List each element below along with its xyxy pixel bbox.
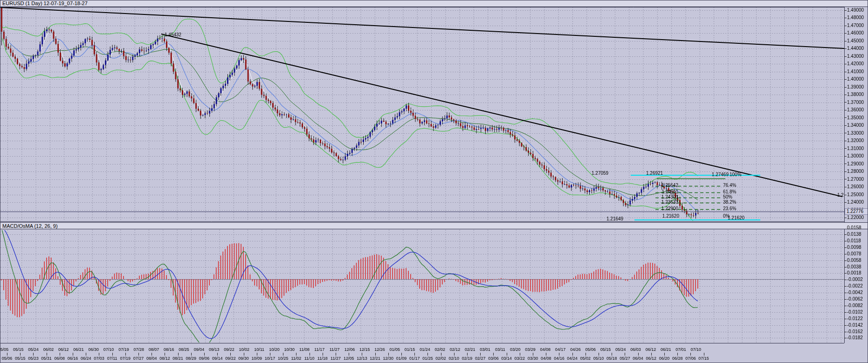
price-axis-label: 1.28000 <box>847 169 864 174</box>
trendline-end-label: 1.2 <box>837 192 844 198</box>
price-axis-label: 1.27000 <box>847 177 864 182</box>
date-label-row1: 11/27 <box>330 347 340 352</box>
chart-canvas[interactable] <box>0 0 868 363</box>
date-label-row1: 05/06 <box>585 347 596 352</box>
price-axis-label: 1.29000 <box>847 161 864 167</box>
macd-axis-label: 0.0158 <box>847 225 861 231</box>
date-label-row1: 06/12 <box>646 347 656 352</box>
date-label-row2: 08/12 <box>159 356 170 361</box>
date-label-row2: 11/18 <box>317 356 328 361</box>
date-label-row1: 05/15 <box>600 347 611 352</box>
date-label-row2: 05/23 <box>28 356 39 361</box>
level-label-1-27059: 1.27059 <box>592 171 608 176</box>
macd-axis-label: -0.0022 <box>847 283 863 289</box>
chart-title-bar[interactable]: EURUSD (1 Day) 12-07-19_07-18-27 <box>0 0 868 7</box>
date-label-row1: 07/10 <box>103 347 114 352</box>
chart-title: EURUSD (1 Day) 12-07-19_07-18-27 <box>2 0 88 6</box>
date-label-row1: 10/11 <box>254 347 264 352</box>
date-label-row1: 01/15 <box>405 347 415 352</box>
price-axis-label: 1.49000 <box>847 7 864 13</box>
fib-pct-76.4: 76.4% <box>723 183 736 188</box>
date-label-row2: 09/14 <box>212 356 223 361</box>
date-label-row1: 05/24 <box>28 347 39 352</box>
date-label-row2: 10/17 <box>265 356 276 361</box>
swing-high-label: 1.45432 <box>165 32 181 38</box>
date-label-row1: 07/01 <box>675 347 686 352</box>
price-axis-label: 1.31000 <box>847 146 864 151</box>
date-label-row1: 09/22 <box>224 347 234 352</box>
date-label-row1: 09/04 <box>194 347 205 352</box>
price-axis-label: 1.25000 <box>847 192 864 198</box>
date-label-row2: 12/30 <box>383 356 394 361</box>
date-label-row2: 02/19 <box>462 356 473 361</box>
fib-value-50: 1.24301 <box>653 194 678 200</box>
fib-pct-38.2: 38.2% <box>723 199 736 205</box>
date-label-row1: 07/19 <box>118 347 129 352</box>
date-label-row1: 10/20 <box>269 347 280 352</box>
date-label-row1: 06/30 <box>89 347 99 352</box>
macd-axis-label: -0.0182 <box>847 335 863 341</box>
date-label-row1: 10/30 <box>284 347 295 352</box>
date-label-row1: 03/01 <box>480 347 490 352</box>
macd-axis-label: -0.0062 <box>847 296 863 302</box>
date-label-row2: 12/05 <box>344 356 354 361</box>
macd-axis-label: -0.0122 <box>847 316 863 322</box>
price-axis-label: 1.39000 <box>847 84 864 90</box>
date-label-row2: 11/27 <box>331 356 341 361</box>
date-label-row2: 06/28 <box>672 356 683 361</box>
date-label-row1: 06/02 <box>43 347 54 352</box>
date-label-row2: 08/21 <box>172 356 183 361</box>
date-label-row1: 05/24 <box>615 347 626 352</box>
date-label-row2: 01/17 <box>409 356 420 361</box>
date-label-row2: 01/25 <box>422 356 433 361</box>
date-label-row2: 09/06 <box>199 356 210 361</box>
date-label-row2: 08/04 <box>146 356 157 361</box>
current-price-value: 1.22776 <box>847 209 863 214</box>
fib-value-76.4: 1.25642 <box>653 183 678 188</box>
date-label-row1: 02/21 <box>465 347 475 352</box>
date-label-row1: 04/08 <box>540 347 551 352</box>
price-axis-label: 1.46000 <box>847 30 864 36</box>
date-label-row2: 02/02 <box>435 356 446 361</box>
fib-value-38.2: 1.23631 <box>653 199 678 205</box>
date-label-row1: 05/15 <box>13 347 24 352</box>
date-label-row2: 07/03 <box>94 356 104 361</box>
macd-title: MACD/OsMA (12, 26, 9) <box>2 223 58 229</box>
price-axis-label: 1.32000 <box>847 138 864 144</box>
price-axis-label: 1.44000 <box>847 46 864 51</box>
date-label-row1: 11/08 <box>299 347 310 352</box>
price-axis-label: 1.47000 <box>847 23 864 28</box>
date-label-row2: 05/06 <box>2 356 13 361</box>
date-label-row2: 04/08 <box>541 356 551 361</box>
price-axis-label: 1.35000 <box>847 115 864 121</box>
macd-axis-label: -0.0102 <box>847 309 863 315</box>
date-label-row2: 10/09 <box>252 356 262 361</box>
macd-axis-label: 0.0058 <box>847 258 861 263</box>
macd-axis-label: 0.0138 <box>847 232 861 237</box>
date-label-row2: 07/19 <box>120 356 131 361</box>
date-label-row1: 10/02 <box>239 347 250 352</box>
date-label-row1: 03/20 <box>510 347 521 352</box>
date-label-row1: 12/26 <box>374 347 385 352</box>
macd-axis-label: 0.0118 <box>847 238 861 244</box>
macd-axis-label: -0.0042 <box>847 290 863 295</box>
date-label-row2: 11/02 <box>291 356 301 361</box>
date-label-row2: 06/20 <box>659 356 670 361</box>
date-label-row1: 12/15 <box>359 347 370 352</box>
date-label-row1: 08/07 <box>149 347 159 352</box>
price-axis-label: 1.38000 <box>847 92 864 97</box>
date-label-row1: 09/13 <box>209 347 220 352</box>
price-axis-label: 1.37000 <box>847 100 864 105</box>
date-label-row2: 03/06 <box>488 356 499 361</box>
macd-title-bar[interactable]: MACD/OsMA (12, 26, 9) <box>0 222 868 229</box>
date-label-row2: 07/11 <box>107 356 117 361</box>
date-label-row1: 06/03 <box>630 347 641 352</box>
price-axis-label: 1.36000 <box>847 107 864 113</box>
price-axis-label: 1.42000 <box>847 61 864 67</box>
current-price-badge: 1.22776 <box>845 208 868 215</box>
fib-pct-23.6: 23.6% <box>723 206 736 212</box>
chart-window: EURUSD (1 Day) 12-07-19_07-18-27 MACD/Os… <box>0 0 868 363</box>
date-label-row2: 12/13 <box>357 356 367 361</box>
date-label-row1: 04/26 <box>570 347 581 352</box>
date-label-row2: 09/22 <box>225 356 236 361</box>
